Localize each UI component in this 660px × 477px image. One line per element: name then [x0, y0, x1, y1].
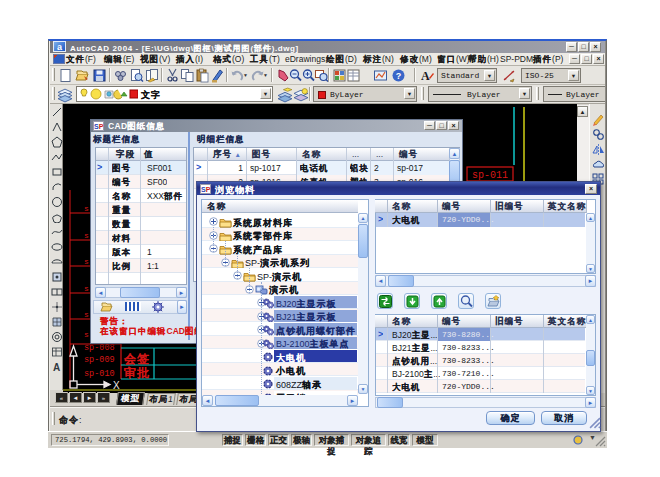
svg-text:sp-008: sp-008: [84, 343, 115, 353]
svg-text:X: X: [113, 380, 120, 391]
svg-text:?: ?: [396, 71, 402, 81]
svg-text:会签: 会签: [124, 352, 150, 366]
svg-text:审批: 审批: [124, 366, 150, 380]
svg-text:sp-009: sp-009: [84, 355, 115, 365]
svg-text:A: A: [53, 362, 60, 373]
svg-text:s: s: [84, 310, 89, 319]
svg-text:A: A: [421, 69, 430, 83]
svg-text:sp-011: sp-011: [472, 170, 508, 181]
svg-text:sp-010: sp-010: [84, 369, 115, 379]
svg-text:s: s: [84, 330, 89, 339]
svg-text:s: s: [84, 284, 89, 293]
svg-text:s: s: [84, 231, 89, 240]
svg-text:s: s: [84, 257, 89, 266]
svg-text:s: s: [84, 204, 89, 213]
